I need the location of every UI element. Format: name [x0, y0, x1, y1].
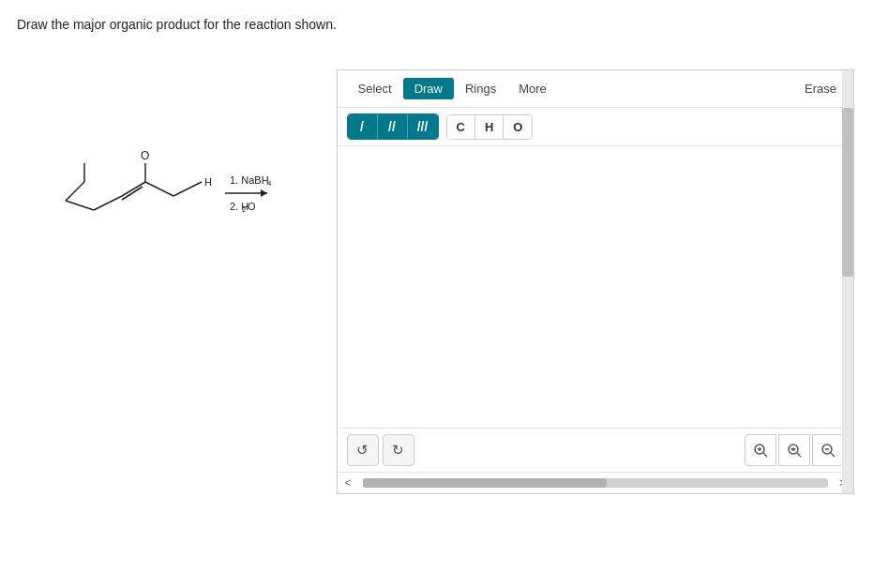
atom-button-group: C H O — [446, 114, 534, 140]
zoom-reset-button[interactable] — [778, 434, 810, 466]
svg-line-2 — [66, 201, 94, 210]
svg-line-3 — [94, 196, 122, 210]
zoom-group — [745, 434, 844, 466]
molecule-area: O H 1. NaBH 4 2. H 2 O — [19, 69, 337, 248]
select-button[interactable]: Select — [347, 78, 403, 99]
redo-button[interactable]: ↻ — [383, 434, 414, 466]
zoom-out-button[interactable] — [812, 434, 844, 466]
triple-bond-button[interactable]: /// — [408, 114, 438, 139]
drawing-canvas[interactable] — [338, 146, 854, 428]
scroll-thumb[interactable] — [363, 478, 607, 488]
oxygen-button[interactable]: O — [504, 115, 532, 139]
hydrogen-button[interactable]: H — [475, 115, 504, 139]
scroll-track[interactable] — [363, 478, 828, 488]
svg-line-19 — [763, 453, 767, 457]
erase-button[interactable]: Erase — [797, 78, 844, 99]
more-button[interactable]: More — [507, 78, 558, 99]
double-bond-button[interactable]: // — [378, 114, 408, 139]
vertical-scroll-thumb[interactable] — [842, 108, 853, 277]
svg-point-22 — [789, 445, 798, 454]
question-text: Draw the major organic product for the r… — [0, 0, 873, 41]
svg-line-25 — [831, 453, 835, 457]
svg-text:O: O — [141, 149, 149, 162]
tool-panel: Select Draw Rings More Erase / // /// C … — [337, 69, 855, 494]
bottom-bar: ↺ ↻ — [338, 428, 854, 472]
svg-line-0 — [66, 182, 84, 201]
vertical-scrollbar[interactable] — [842, 70, 853, 493]
svg-text:2: 2 — [242, 205, 247, 214]
svg-line-7 — [145, 182, 173, 196]
rings-button[interactable]: Rings — [454, 78, 507, 99]
svg-line-5 — [122, 187, 143, 200]
svg-line-8 — [173, 182, 202, 196]
svg-text:H: H — [204, 176, 212, 188]
undo-button[interactable]: ↺ — [347, 434, 379, 466]
top-toolbar: Select Draw Rings More Erase — [338, 70, 854, 108]
svg-line-23 — [797, 453, 801, 457]
bond-toolbar: / // /// C H O — [338, 108, 854, 146]
horizontal-scrollbar[interactable]: < > — [338, 472, 854, 493]
svg-text:4: 4 — [267, 179, 272, 188]
svg-marker-12 — [261, 189, 267, 197]
draw-button[interactable]: Draw — [403, 78, 454, 99]
zoom-in-button[interactable] — [745, 434, 776, 466]
svg-text:1. NaBH: 1. NaBH — [230, 174, 269, 186]
bond-button-group: / // /// — [347, 113, 439, 140]
svg-text:O: O — [248, 201, 256, 212]
carbon-button[interactable]: C — [447, 115, 475, 139]
scroll-left-button[interactable]: < — [341, 475, 355, 491]
svg-line-4 — [122, 182, 145, 196]
single-bond-button[interactable]: / — [348, 114, 378, 139]
undo-redo-group: ↺ ↻ — [347, 434, 414, 466]
reactant-molecule: O H 1. NaBH 4 2. H 2 O — [28, 126, 291, 248]
